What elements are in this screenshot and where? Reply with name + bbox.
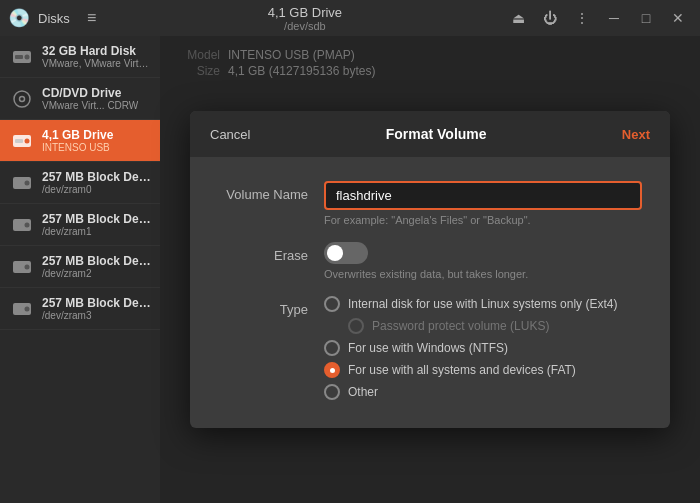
app-window: 💿 Disks ≡ 4,1 GB Drive /dev/sdb ⏏ ⏻ ⋮ ─ … bbox=[0, 0, 700, 503]
cdrom-subtitle: VMware Virt... CDRW bbox=[42, 100, 138, 111]
hdd-subtitle: VMware, VMware Virtual S bbox=[42, 58, 152, 69]
sidebar-item-block2[interactable]: 257 MB Block Dev... /dev/zram2 bbox=[0, 246, 160, 288]
svg-rect-7 bbox=[15, 139, 23, 143]
dialog-body: Volume Name For example: "Angela's Files… bbox=[190, 157, 670, 428]
svg-point-4 bbox=[20, 96, 25, 101]
radio-ext4[interactable]: Internal disk for use with Linux systems… bbox=[324, 296, 642, 312]
radio-label-ext4: Internal disk for use with Linux systems… bbox=[348, 297, 617, 311]
type-label: Type bbox=[218, 296, 308, 317]
radio-circle-ntfs bbox=[324, 340, 340, 356]
erase-label: Erase bbox=[218, 242, 308, 263]
block2-text: 257 MB Block Dev... /dev/zram2 bbox=[42, 254, 152, 279]
power-button[interactable]: ⏻ bbox=[536, 6, 564, 30]
title-bar: 💿 Disks ≡ 4,1 GB Drive /dev/sdb ⏏ ⏻ ⋮ ─ … bbox=[0, 0, 700, 36]
block1-text: 257 MB Block Dev... /dev/zram1 bbox=[42, 212, 152, 237]
radio-label-other: Other bbox=[348, 385, 378, 399]
volume-name-input[interactable] bbox=[324, 181, 642, 210]
sidebar-item-usb[interactable]: 4,1 GB Drive INTENSO USB bbox=[0, 120, 160, 162]
more-options-button[interactable]: ⋮ bbox=[568, 6, 596, 30]
block1-icon bbox=[10, 213, 34, 237]
svg-point-15 bbox=[25, 306, 30, 311]
type-row: Type Internal disk for use with Linux sy… bbox=[218, 296, 642, 400]
dialog-overlay: Cancel Format Volume Next Volume Name Fo… bbox=[160, 36, 700, 503]
close-button[interactable]: ✕ bbox=[664, 6, 692, 30]
volume-name-control: For example: "Angela's Files" or "Backup… bbox=[324, 181, 642, 226]
title-bar-left: 💿 Disks ≡ bbox=[8, 6, 106, 30]
svg-rect-2 bbox=[15, 55, 23, 59]
minimize-button[interactable]: ─ bbox=[600, 6, 628, 30]
block3-text: 257 MB Block Dev... /dev/zram3 bbox=[42, 296, 152, 321]
hamburger-menu-button[interactable]: ≡ bbox=[78, 6, 106, 30]
sidebar-item-block0[interactable]: 257 MB Block Dev... /dev/zram0 bbox=[0, 162, 160, 204]
radio-fat[interactable]: For use with all systems and devices (FA… bbox=[324, 362, 642, 378]
radio-label-luks: Password protect volume (LUKS) bbox=[372, 319, 549, 333]
cancel-button[interactable]: Cancel bbox=[190, 111, 270, 157]
svg-point-13 bbox=[25, 264, 30, 269]
usb-text: 4,1 GB Drive INTENSO USB bbox=[42, 128, 113, 153]
radio-circle-luks bbox=[348, 318, 364, 334]
radio-label-ntfs: For use with Windows (NTFS) bbox=[348, 341, 508, 355]
drive-path: /dev/sdb bbox=[284, 20, 326, 32]
svg-point-9 bbox=[25, 180, 30, 185]
main-content: Model INTENSO USB (PMAP) Size 4,1 GB (41… bbox=[160, 36, 700, 503]
toggle-knob bbox=[327, 245, 343, 261]
dialog-header: Cancel Format Volume Next bbox=[190, 111, 670, 157]
svg-point-11 bbox=[25, 222, 30, 227]
sidebar-item-hdd[interactable]: 32 GB Hard Disk VMware, VMware Virtual S bbox=[0, 36, 160, 78]
title-bar-center: 4,1 GB Drive /dev/sdb bbox=[106, 5, 504, 32]
hdd-icon bbox=[10, 45, 34, 69]
block3-subtitle: /dev/zram3 bbox=[42, 310, 152, 321]
dialog-title: Format Volume bbox=[270, 126, 601, 142]
block2-subtitle: /dev/zram2 bbox=[42, 268, 152, 279]
drive-title: 4,1 GB Drive bbox=[268, 5, 342, 20]
radio-luks: Password protect volume (LUKS) bbox=[324, 318, 642, 334]
block0-text: 257 MB Block Dev... /dev/zram0 bbox=[42, 170, 152, 195]
block1-title: 257 MB Block Dev... bbox=[42, 212, 152, 226]
radio-circle-fat bbox=[324, 362, 340, 378]
hdd-text: 32 GB Hard Disk VMware, VMware Virtual S bbox=[42, 44, 152, 69]
svg-point-1 bbox=[25, 54, 30, 59]
sidebar: 32 GB Hard Disk VMware, VMware Virtual S… bbox=[0, 36, 160, 503]
block1-subtitle: /dev/zram1 bbox=[42, 226, 152, 237]
block3-title: 257 MB Block Dev... bbox=[42, 296, 152, 310]
volume-name-hint: For example: "Angela's Files" or "Backup… bbox=[324, 214, 642, 226]
erase-hint: Overwrites existing data, but takes long… bbox=[324, 268, 642, 280]
type-radio-group: Internal disk for use with Linux systems… bbox=[324, 296, 642, 400]
radio-other[interactable]: Other bbox=[324, 384, 642, 400]
cdrom-icon bbox=[10, 87, 34, 111]
sidebar-item-cdrom[interactable]: CD/DVD Drive VMware Virt... CDRW bbox=[0, 78, 160, 120]
usb-subtitle: INTENSO USB bbox=[42, 142, 113, 153]
volume-name-row: Volume Name For example: "Angela's Files… bbox=[218, 181, 642, 226]
svg-point-6 bbox=[25, 138, 30, 143]
maximize-button[interactable]: □ bbox=[632, 6, 660, 30]
format-volume-dialog: Cancel Format Volume Next Volume Name Fo… bbox=[190, 111, 670, 428]
erase-toggle[interactable] bbox=[324, 242, 368, 264]
block0-icon bbox=[10, 171, 34, 195]
eject-button[interactable]: ⏏ bbox=[504, 6, 532, 30]
volume-name-label: Volume Name bbox=[218, 181, 308, 202]
title-bar-right: ⏏ ⏻ ⋮ ─ □ ✕ bbox=[504, 6, 692, 30]
app-icon: 💿 bbox=[8, 7, 30, 29]
block2-title: 257 MB Block Dev... bbox=[42, 254, 152, 268]
block2-icon bbox=[10, 255, 34, 279]
erase-row: Erase Overwrites existing data, but take… bbox=[218, 242, 642, 280]
radio-circle-other bbox=[324, 384, 340, 400]
block0-subtitle: /dev/zram0 bbox=[42, 184, 152, 195]
radio-circle-ext4 bbox=[324, 296, 340, 312]
hdd-title: 32 GB Hard Disk bbox=[42, 44, 152, 58]
block3-icon bbox=[10, 297, 34, 321]
cdrom-text: CD/DVD Drive VMware Virt... CDRW bbox=[42, 86, 138, 111]
sidebar-item-block3[interactable]: 257 MB Block Dev... /dev/zram3 bbox=[0, 288, 160, 330]
erase-control: Overwrites existing data, but takes long… bbox=[324, 242, 642, 280]
usb-icon bbox=[10, 129, 34, 153]
toggle-track bbox=[324, 242, 368, 264]
block0-title: 257 MB Block Dev... bbox=[42, 170, 152, 184]
cdrom-title: CD/DVD Drive bbox=[42, 86, 138, 100]
next-button[interactable]: Next bbox=[602, 111, 670, 157]
app-body: 32 GB Hard Disk VMware, VMware Virtual S… bbox=[0, 36, 700, 503]
sidebar-item-block1[interactable]: 257 MB Block Dev... /dev/zram1 bbox=[0, 204, 160, 246]
usb-title: 4,1 GB Drive bbox=[42, 128, 113, 142]
radio-label-fat: For use with all systems and devices (FA… bbox=[348, 363, 576, 377]
app-title: Disks bbox=[38, 11, 70, 26]
radio-ntfs[interactable]: For use with Windows (NTFS) bbox=[324, 340, 642, 356]
